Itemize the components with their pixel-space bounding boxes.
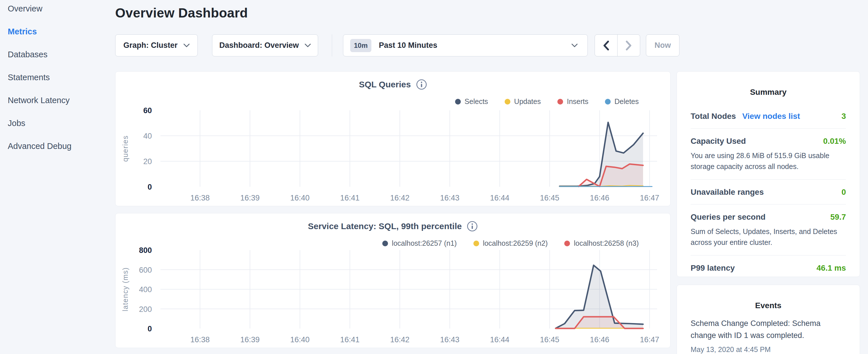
next-time-button[interactable] [617,35,640,56]
sidebar-item-overview[interactable]: Overview [8,4,115,27]
legend-dot-icon [505,99,510,104]
dashboard-dropdown[interactable]: Dashboard: Overview [212,34,318,57]
x-tick-label: 16:45 [540,335,559,344]
x-tick-label: 16:45 [540,194,559,202]
legend-dot-icon [564,240,570,246]
legend-dot-icon [455,99,461,104]
x-tick-label: 16:47 [640,335,659,344]
toolbar-divider [332,34,332,57]
x-tick-label: 16:38 [190,194,210,202]
y-tick-label: 40 [143,132,152,140]
qps-label: Queries per second [691,213,766,222]
y-tick-label: 0 [148,324,152,333]
x-tick-label: 16:40 [290,335,310,344]
x-tick-label: 16:46 [590,194,610,202]
x-tick-label: 16:40 [290,194,310,202]
graph-dropdown-label: Graph: Cluster [123,41,177,50]
y-axis-label: latency (ms) [121,267,129,311]
x-tick-label: 16:41 [340,335,360,344]
sql-queries-plot: 020406016:3816:3916:4016:4116:4216:4316:… [116,104,670,206]
chart-title: Service Latency: SQL, 99th percentile [116,221,670,232]
p99-latency-value: 46.1 ms [816,263,846,273]
events-panel: Events Schema Change Completed: Schema c… [677,285,860,354]
capacity-used-description: You are using 28.6 MiB of 515.9 GiB usab… [691,150,846,172]
chevron-left-icon [602,40,610,51]
sidebar-item-advanced-debug[interactable]: Advanced Debug [8,141,115,164]
x-tick-label: 16:39 [241,335,260,344]
x-tick-label: 16:41 [340,194,360,202]
x-tick-label: 16:43 [440,194,460,202]
x-tick-label: 16:46 [590,335,610,344]
event-item[interactable]: Schema Change Completed: Schema change w… [691,318,846,354]
sidebar-item-databases[interactable]: Databases [8,50,115,73]
total-nodes-value: 3 [841,112,846,121]
prev-time-button[interactable] [595,35,617,56]
y-tick-label: 0 [148,183,152,191]
x-tick-label: 16:44 [490,335,509,344]
chart-title-text: SQL Queries [359,79,411,89]
x-tick-label: 16:47 [640,194,659,202]
summary-title: Summary [691,88,846,97]
summary-row-qps: Queries per second 59.7 Sum of Selects, … [691,204,846,255]
x-tick-label: 16:42 [390,194,409,202]
legend-dot-icon [557,99,563,104]
time-pager [595,34,640,57]
x-tick-label: 16:44 [490,194,509,202]
events-title: Events [691,301,846,310]
sidebar-item-network-latency[interactable]: Network Latency [8,96,115,119]
dashboard-dropdown-label: Dashboard: Overview [219,41,299,50]
sidebar-item-statements[interactable]: Statements [8,73,115,96]
service-latency-chart-card: Service Latency: SQL, 99th percentile lo… [115,213,671,348]
event-text: Schema Change Completed: Schema change w… [691,318,846,342]
summary-row-unavailable-ranges: Unavailable ranges 0 [691,180,846,204]
time-window-label: Past 10 Minutes [379,41,437,50]
x-tick-label: 16:43 [440,335,460,344]
capacity-used-value: 0.01% [823,137,846,146]
summary-panel: Summary Total Nodes View nodes list 3 Ca… [677,71,860,277]
page-title: Overview Dashboard [115,5,868,21]
y-tick-label: 600 [139,266,152,275]
legend-dot-icon [382,240,388,246]
sql-queries-chart-card: SQL Queries SelectsUpdatesInsertsDeletes… [115,71,671,206]
sidebar-item-jobs[interactable]: Jobs [8,119,115,141]
time-range-selector[interactable]: 10m Past 10 Minutes [343,34,588,57]
time-window-badge: 10m [350,39,371,52]
graph-dropdown[interactable]: Graph: Cluster [115,34,198,57]
y-tick-label: 60 [143,106,152,115]
y-tick-label: 20 [143,157,152,166]
toolbar: Graph: Cluster Dashboard: Overview 10m P… [115,34,868,57]
sidebar-item-metrics[interactable]: Metrics [8,27,115,50]
chevron-down-icon [183,43,190,47]
now-button-label: Now [654,41,671,50]
capacity-used-label: Capacity Used [691,137,746,146]
legend-dot-icon [473,240,479,246]
chevron-down-icon [571,43,578,47]
summary-row-capacity: Capacity Used 0.01% You are using 28.6 M… [691,129,846,180]
info-icon[interactable] [467,221,478,232]
summary-row-p99: P99 latency 46.1 ms [691,255,846,280]
x-tick-label: 16:38 [190,335,210,344]
y-tick-label: 800 [139,246,152,255]
chart-title-text: Service Latency: SQL, 99th percentile [308,221,462,231]
now-button[interactable]: Now [646,34,679,57]
dashboard-content: SQL Queries SelectsUpdatesInsertsDeletes… [115,71,868,354]
summary-row-total-nodes: Total Nodes View nodes list 3 [691,97,846,129]
event-timestamp: May 13, 2020 at 4:45 PM [691,344,846,354]
y-tick-label: 400 [139,285,152,294]
charts-column: SQL Queries SelectsUpdatesInsertsDeletes… [115,71,671,354]
view-nodes-list-link[interactable]: View nodes list [742,112,800,121]
service-latency-plot: 020040060080016:3816:3916:4016:4116:4216… [116,246,670,348]
unavailable-ranges-value: 0 [841,188,846,197]
y-tick-label: 200 [139,305,152,314]
p99-latency-label: P99 latency [691,263,735,273]
info-icon[interactable] [416,79,427,90]
chevron-right-icon [625,40,632,51]
total-nodes-label: Total Nodes [691,112,736,121]
x-tick-label: 16:42 [390,335,409,344]
chart-title: SQL Queries [116,79,670,90]
legend-dot-icon [605,99,611,104]
sidebar: Overview Metrics Databases Statements Ne… [0,0,115,354]
qps-description: Sum of Selects, Updates, Inserts, and De… [691,226,846,248]
unavailable-ranges-label: Unavailable ranges [691,188,764,197]
x-tick-label: 16:39 [241,194,260,202]
